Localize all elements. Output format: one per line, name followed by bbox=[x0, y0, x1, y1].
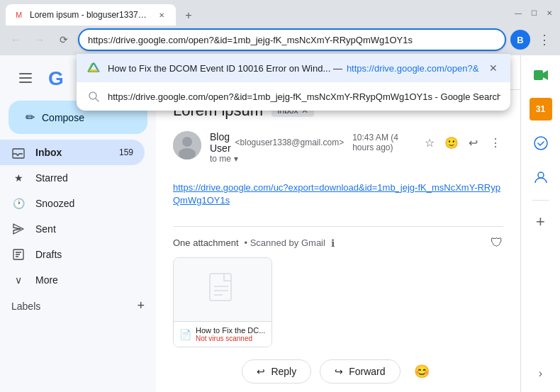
email-actions: 10:43 AM (4 hours ago) ☆ 🙂 ↩ ⋮ bbox=[352, 131, 503, 154]
attachment-name-row: How to Fix the DC... Not virus scanned bbox=[196, 326, 266, 342]
svg-rect-9 bbox=[19, 77, 32, 79]
reply-icon: ↩ bbox=[257, 366, 265, 377]
attachment-header: One attachment • Scanned by Gmail ℹ 🛡 bbox=[173, 235, 503, 250]
calendar-widget: 31 bbox=[530, 98, 552, 121]
address-bar[interactable]: https://drive.google.com/open?&id=1mb_je… bbox=[78, 28, 506, 51]
info-icon[interactable]: ℹ bbox=[331, 237, 335, 249]
email-body: https://drive.google.com/uc?export=downl… bbox=[173, 175, 503, 212]
autocomplete-close-0[interactable]: ✕ bbox=[486, 61, 500, 75]
labels-section: Labels + bbox=[0, 293, 156, 319]
browser-menu-button[interactable]: ⋮ bbox=[534, 30, 554, 50]
contacts-icon[interactable] bbox=[527, 163, 555, 191]
to-chevron-icon[interactable]: ▾ bbox=[234, 154, 238, 164]
drafts-label: Drafts bbox=[35, 249, 133, 260]
compose-label: Compose bbox=[42, 112, 84, 123]
labels-title: Labels bbox=[11, 301, 40, 312]
forward-button[interactable]: ↪ Forward bbox=[320, 359, 400, 383]
send-icon bbox=[11, 222, 26, 236]
title-bar: M Lorem ipsum - bloguser1337@... ✕ + — ☐… bbox=[0, 0, 560, 26]
profile-button[interactable]: B bbox=[510, 30, 530, 50]
hamburger-button[interactable] bbox=[11, 64, 40, 92]
browser-frame: M Lorem ipsum - bloguser1337@... ✕ + — ☐… bbox=[0, 0, 560, 392]
draft-icon bbox=[11, 247, 26, 262]
star-icon: ★ bbox=[11, 171, 26, 185]
more-label: More bbox=[35, 274, 133, 286]
starred-label: Starred bbox=[35, 172, 133, 184]
sidebar-item-sent[interactable]: Sent bbox=[0, 216, 145, 242]
tab-close-button[interactable]: ✕ bbox=[156, 9, 167, 21]
svg-point-19 bbox=[179, 148, 196, 159]
autocomplete-text-1: https://drive.google.com/open?&id=1mb_je… bbox=[108, 91, 500, 102]
autocomplete-text-0: How to Fix the DCOM Event ID 10016 Error… bbox=[108, 63, 479, 74]
email-header: Blog User <bloguser1338@gmail.com> to me… bbox=[173, 131, 503, 164]
sent-label: Sent bbox=[35, 223, 133, 235]
tasks-check-icon[interactable] bbox=[527, 129, 555, 157]
sidebar-item-starred[interactable]: ★ Starred bbox=[0, 165, 145, 191]
add-app-button[interactable]: + bbox=[528, 209, 554, 235]
attachment-card[interactable]: 📄 How to Fix the DC... Not virus scanned bbox=[173, 257, 272, 347]
attachment-shield-icon[interactable]: 🛡 bbox=[491, 235, 503, 250]
to-label: to me bbox=[210, 154, 231, 164]
reply-label: Reply bbox=[271, 366, 296, 377]
labels-add-button[interactable]: + bbox=[137, 298, 145, 313]
svg-text:M: M bbox=[16, 11, 22, 19]
sidebar-divider bbox=[532, 200, 549, 201]
forward-icon: ↪ bbox=[335, 366, 343, 377]
svg-point-25 bbox=[534, 137, 547, 150]
autocomplete-item-0[interactable]: How to Fix the DCOM Event ID 10016 Error… bbox=[77, 54, 510, 82]
new-tab-button[interactable]: + bbox=[179, 6, 198, 26]
maximize-button[interactable]: ☐ bbox=[529, 8, 539, 18]
inbox-label: Inbox bbox=[35, 147, 109, 158]
back-button[interactable]: ← bbox=[6, 30, 26, 50]
address-bar-area: ← → ⟳ https://drive.google.com/open?&id=… bbox=[0, 26, 560, 55]
meet-icon[interactable] bbox=[527, 61, 555, 89]
autocomplete-dropdown: How to Fix the DCOM Event ID 10016 Error… bbox=[77, 54, 510, 111]
inbox-icon bbox=[11, 145, 26, 159]
attachment-name: How to Fix the DC... bbox=[196, 326, 266, 335]
tab-bar: M Lorem ipsum - bloguser1337@... ✕ + bbox=[6, 0, 510, 26]
emoji-button[interactable]: 😊 bbox=[409, 359, 435, 384]
emoji-react-button[interactable]: 🙂 bbox=[444, 131, 460, 154]
sidebar-item-drafts[interactable]: Drafts bbox=[0, 242, 145, 267]
to-row: to me ▾ bbox=[210, 154, 344, 164]
reply-button[interactable]: ↩ Reply bbox=[242, 359, 311, 383]
svg-marker-5 bbox=[89, 69, 99, 72]
autocomplete-item-1[interactable]: https://drive.google.com/open?&id=1mb_je… bbox=[77, 82, 510, 111]
close-button[interactable]: ✕ bbox=[544, 8, 554, 18]
browser-tab[interactable]: M Lorem ipsum - bloguser1337@... ✕ bbox=[6, 4, 176, 26]
chevron-down-icon: ∨ bbox=[11, 273, 26, 287]
svg-point-18 bbox=[182, 137, 192, 147]
sidebar-item-more[interactable]: ∨ More bbox=[0, 267, 145, 293]
svg-rect-10 bbox=[19, 82, 32, 83]
scan-label: • Scanned by Gmail bbox=[245, 237, 325, 248]
forward-button[interactable]: → bbox=[30, 30, 50, 50]
sender-name: Blog User bbox=[210, 131, 231, 154]
attachment-section: One attachment • Scanned by Gmail ℹ 🛡 bbox=[173, 226, 503, 347]
snoozed-label: Snoozed bbox=[35, 198, 133, 209]
email-body-link[interactable]: https://drive.google.com/uc?export=downl… bbox=[173, 182, 500, 206]
tab-title: Lorem ipsum - bloguser1337@... bbox=[30, 10, 150, 20]
sender-avatar bbox=[173, 131, 201, 159]
tab-favicon: M bbox=[14, 10, 24, 20]
calendar-icon[interactable]: 31 bbox=[527, 95, 555, 123]
gmail-logo: G bbox=[48, 68, 77, 88]
sender-email: <bloguser1338@gmail.com> bbox=[235, 138, 345, 147]
inbox-count: 159 bbox=[119, 147, 133, 157]
svg-line-7 bbox=[96, 99, 99, 101]
star-email-button[interactable]: ☆ bbox=[422, 131, 438, 154]
expand-sidebar-button[interactable]: › bbox=[528, 361, 554, 386]
svg-point-26 bbox=[538, 172, 544, 178]
sidebar-item-inbox[interactable]: Inbox 159 bbox=[0, 140, 145, 165]
drive-icon bbox=[86, 61, 101, 75]
reply-bar: ↩ Reply ↪ Forward 😊 bbox=[173, 347, 503, 392]
reply-quick-button[interactable]: ↩ bbox=[465, 131, 481, 154]
svg-rect-8 bbox=[19, 73, 32, 74]
refresh-button[interactable]: ⟳ bbox=[54, 30, 74, 50]
email-meta: Blog User <bloguser1338@gmail.com> to me… bbox=[210, 131, 344, 164]
attachment-info: 📄 How to Fix the DC... Not virus scanned bbox=[174, 322, 271, 347]
sidebar-item-snoozed[interactable]: 🕐 Snoozed bbox=[0, 191, 145, 216]
attachment-count-label: One attachment bbox=[173, 237, 239, 248]
minimize-button[interactable]: — bbox=[513, 8, 523, 18]
more-email-actions-button[interactable]: ⋮ bbox=[487, 131, 503, 154]
clock-icon: 🕐 bbox=[11, 196, 26, 211]
